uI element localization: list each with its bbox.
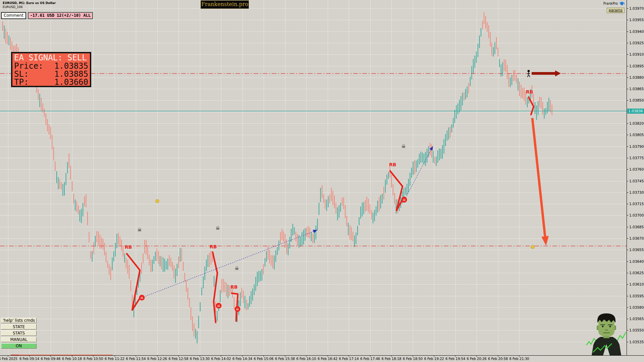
price-label: 1.03715 (629, 202, 644, 206)
svg-text:☠: ☠ (234, 265, 239, 272)
params-button[interactable]: params (607, 8, 625, 13)
price-label: 1.03970 (629, 6, 644, 10)
ea-signal-box: EA SIGNAL: SELL Price:1.03835 SL:1.03885… (11, 52, 91, 87)
time-label: 6 Feb 11:22 (105, 357, 124, 361)
time-tick (178, 356, 179, 357)
signal-sl-value: 1.03885 (54, 70, 88, 78)
price-tick (627, 261, 628, 262)
price-tick (627, 66, 628, 66)
time-axis[interactable]: 6 Feb 20256 Feb 09:146 Feb 09:466 Feb 10… (0, 355, 644, 362)
status-badge: RB (11, 355, 19, 355)
time-tick (349, 356, 349, 357)
time-tick (93, 356, 94, 357)
svg-text:☠: ☠ (401, 143, 406, 149)
signal-price-value: 1.03835 (54, 62, 88, 70)
price-label: 1.03550 (629, 328, 644, 332)
time-tick (498, 356, 498, 357)
price-plot: RBRBRBRBRB☠☠☠☠☠☠☠☠ (0, 0, 627, 355)
time-label: 6 Feb 11:54 (126, 357, 146, 361)
price-tick (627, 77, 628, 78)
time-tick (264, 356, 264, 357)
price-tick (627, 181, 628, 181)
price-tick (627, 238, 628, 239)
time-label: 6 Feb 16:42 (318, 357, 337, 361)
price-label: 1.03610 (629, 282, 644, 286)
price-label: 1.03850 (629, 98, 644, 102)
time-label: 6 Feb 09:14 (19, 357, 39, 361)
price-label: 1.03925 (629, 41, 644, 45)
cmd-button-stats[interactable]: STATS (1, 330, 37, 336)
time-label: 6 Feb 20:58 (488, 357, 508, 361)
price-label: 1.03565 (629, 317, 644, 321)
price-tick (627, 123, 628, 124)
price-tick (627, 54, 628, 55)
signal-price-label: Price: (14, 62, 43, 70)
price-tick (627, 342, 628, 342)
signal-tp-value: 1.03660 (54, 78, 88, 86)
price-label: 1.03760 (629, 167, 644, 171)
time-label: 6 Feb 18:18 (381, 357, 401, 361)
price-tick (627, 43, 628, 43)
cmd-button-help[interactable]: 'help' lists cmds (1, 318, 37, 323)
time-tick (306, 356, 307, 357)
price-tick (627, 250, 628, 250)
price-tick (627, 100, 628, 101)
price-label: 1.03655 (629, 248, 644, 252)
chart-area[interactable]: RBRBRBRBRB☠☠☠☠☠☠☠☠ EURUSD, M1: Euro vs U… (0, 0, 627, 355)
price-tick (627, 204, 628, 204)
price-label: 1.03805 (629, 133, 644, 137)
time-label: 6 Feb 20:26 (467, 357, 486, 361)
price-label: 1.03790 (629, 144, 644, 148)
time-label: 6 Feb 15:06 (254, 357, 273, 361)
price-label: 1.03670 (629, 236, 644, 240)
price-tick (627, 169, 628, 170)
time-label: 6 Feb 14:34 (232, 357, 252, 361)
time-tick (72, 356, 72, 357)
price-tick (627, 307, 628, 308)
cmd-button-state[interactable]: STATE (1, 324, 37, 329)
price-tick (627, 273, 628, 273)
time-tick (29, 356, 30, 357)
time-tick (370, 356, 370, 357)
graduation-cap-icon (619, 3, 625, 7)
cmd-button-on[interactable]: ON (1, 343, 37, 349)
price-tick (627, 89, 628, 89)
time-tick (114, 356, 115, 357)
time-tick (221, 356, 221, 357)
price-label: 1.03595 (629, 294, 644, 298)
price-label: 1.03640 (629, 259, 644, 263)
svg-text:☠: ☠ (137, 227, 142, 233)
comment-button[interactable]: Comment (1, 12, 26, 19)
price-label: 1.03745 (629, 179, 644, 183)
price-label: 1.03685 (629, 225, 644, 229)
price-label: 1.03820 (629, 121, 644, 125)
time-tick (242, 356, 243, 357)
time-label: 6 Feb 19:22 (424, 357, 444, 361)
time-label: 6 Feb 17:46 (360, 357, 380, 361)
ea-signal-title: EA SIGNAL: SELL (14, 54, 88, 62)
price-label: 1.03895 (629, 64, 644, 68)
time-tick (477, 356, 477, 357)
svg-text:☠: ☠ (217, 304, 220, 308)
current-price-tag: 1.03836 (627, 109, 644, 114)
price-label: 1.03775 (629, 156, 644, 160)
price-tick (627, 192, 628, 193)
price-tick (627, 20, 628, 20)
price-label: 1.03580 (629, 305, 644, 309)
time-tick (413, 356, 413, 357)
price-tick (627, 8, 628, 9)
price-label: 1.03940 (629, 29, 644, 34)
time-label: 6 Feb 13:30 (190, 357, 210, 361)
time-tick (434, 356, 434, 357)
price-axis[interactable]: 1.03836 1.039701.039551.039401.039251.03… (627, 0, 644, 355)
time-tick (519, 356, 520, 357)
comment-row: Comment -17.61 USD 12(+2/-10) ALL (1, 12, 93, 19)
time-label: 6 Feb 14:02 (211, 357, 231, 361)
price-label: 1.03535 (629, 340, 644, 344)
indicator-status-bar: RB2.5x15.0 KL_OFF TK0.9=1.03228(83pips) (1, 349, 113, 355)
price-tick (627, 135, 628, 135)
time-label: 6 Feb 10:18 (62, 357, 82, 361)
price-label: 1.03865 (629, 87, 644, 91)
price-tick (627, 227, 628, 227)
cmd-button-manual[interactable]: MANUAL (1, 337, 37, 342)
